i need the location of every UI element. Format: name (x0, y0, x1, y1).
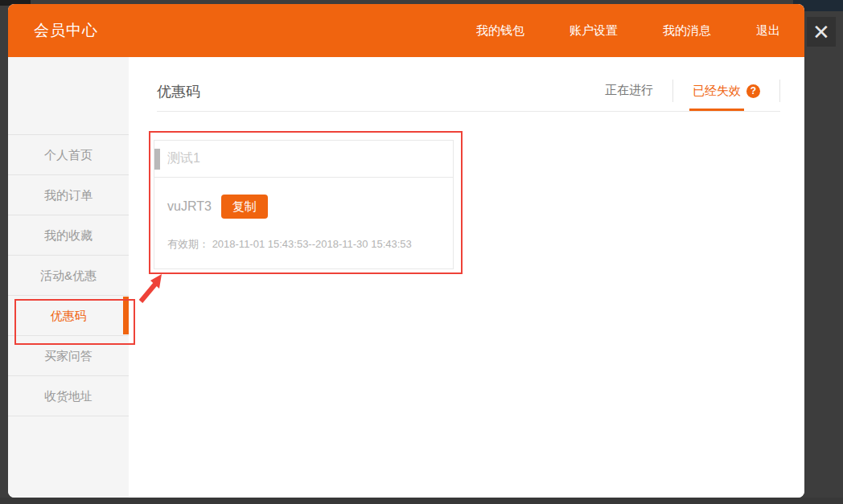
coupon-card: 测试1 vuJRT3 复制 有效期： 2018-11-01 15:43:53--… (154, 140, 454, 269)
section-divider (157, 111, 780, 112)
sidebar-item-label: 收货地址 (44, 389, 93, 403)
sidebar-item-label: 我的收藏 (44, 228, 93, 242)
sidebar-item-label: 活动&优惠 (40, 268, 97, 282)
sidebar-item-my-favorites[interactable]: 我的收藏 (8, 215, 129, 256)
menu-item-account-settings[interactable]: 账户设置 (570, 23, 618, 39)
menu-item-messages[interactable]: 我的消息 (663, 23, 711, 39)
help-question-icon[interactable]: ? (746, 84, 760, 98)
active-indicator-bar (123, 297, 129, 334)
coupon-card-header: 测试1 (154, 141, 453, 178)
sidebar-item-coupon-code[interactable]: 优惠码 (8, 296, 129, 336)
sidebar-item-my-orders[interactable]: 我的订单 (8, 175, 129, 215)
tab-label: 正在进行 (605, 83, 653, 96)
coupon-code-value: vuJRT3 (167, 199, 212, 214)
sidebar: 个人首页 我的订单 我的收藏 活动&优惠 优惠码 买家问答 (8, 57, 129, 498)
tab-ongoing[interactable]: 正在进行 (586, 80, 672, 102)
menu-item-logout[interactable]: 退出 (756, 23, 780, 39)
modal-header: 会员中心 我的钱包 账户设置 我的消息 退出 (8, 4, 804, 57)
tab-divider (779, 80, 780, 102)
page-background: 会员中心 我的钱包 账户设置 我的消息 退出 个人首页 我的订单 我的收藏 (0, 0, 843, 504)
member-center-modal: 会员中心 我的钱包 账户设置 我的消息 退出 个人首页 我的订单 我的收藏 (8, 4, 804, 498)
validity-value: 2018-11-01 15:43:53--2018-11-30 15:43:53 (212, 238, 412, 250)
coupon-marker-bar (154, 149, 160, 170)
validity-label: 有效期： (167, 238, 209, 250)
copy-button[interactable]: 复制 (221, 195, 268, 219)
page-title: 会员中心 (34, 20, 98, 41)
sidebar-item-label: 优惠码 (51, 309, 87, 322)
sidebar-list: 个人首页 我的订单 我的收藏 活动&优惠 优惠码 买家问答 (8, 134, 129, 416)
sidebar-item-label: 个人首页 (44, 148, 93, 162)
sidebar-item-personal-home[interactable]: 个人首页 (8, 135, 129, 175)
status-tabs: 正在进行 已经失效 ? (586, 80, 780, 102)
sidebar-item-activities-offers[interactable]: 活动&优惠 (8, 256, 129, 296)
background-patch-bottom (0, 498, 843, 504)
coupon-validity: 有效期： 2018-11-01 15:43:53--2018-11-30 15:… (167, 237, 453, 252)
coupon-name: 测试1 (167, 150, 200, 167)
sidebar-item-label: 买家问答 (44, 349, 93, 363)
coupon-code-row: vuJRT3 复制 (167, 195, 453, 219)
sidebar-item-shipping-address[interactable]: 收货地址 (8, 376, 129, 416)
tab-expired[interactable]: 已经失效 ? (673, 80, 779, 102)
menu-item-wallet[interactable]: 我的钱包 (476, 23, 524, 39)
section-title: 优惠码 (157, 82, 200, 101)
main-content: 优惠码 正在进行 已经失效 ? 测试1 (129, 57, 804, 498)
tab-label: 已经失效 (693, 80, 741, 101)
close-icon[interactable]: ✕ (807, 17, 836, 47)
sidebar-item-label: 我的订单 (44, 188, 93, 202)
sidebar-item-buyer-qa[interactable]: 买家问答 (8, 336, 129, 376)
header-menu: 我的钱包 账户设置 我的消息 退出 (476, 4, 780, 57)
